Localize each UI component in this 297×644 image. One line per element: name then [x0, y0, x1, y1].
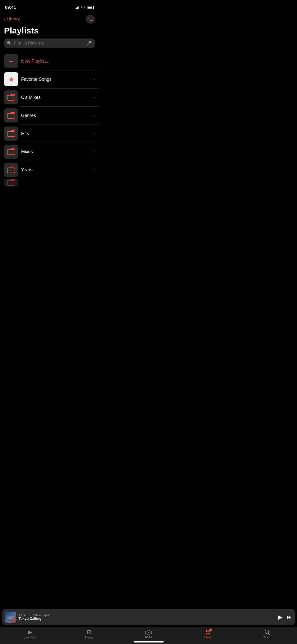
hits-label: Hits — [21, 131, 91, 136]
favorite-songs-label: Favorite Songs — [21, 77, 91, 82]
chevron-right-icon: › — [94, 95, 95, 100]
genres-icon — [4, 108, 18, 123]
hits-icon — [4, 127, 18, 141]
back-label: Library — [7, 17, 20, 22]
years-label: Years — [21, 167, 91, 173]
chevron-right-icon: › — [94, 131, 95, 136]
folder-icon — [7, 148, 15, 155]
search-bar[interactable]: 🔍 🎤 — [4, 38, 95, 48]
playlist-list: ＋ New Playlist... ★ Favorite Songs › C's… — [0, 52, 99, 186]
chevron-right-icon: › — [94, 168, 95, 172]
search-icon: 🔍 — [7, 41, 12, 46]
signal-icon — [75, 6, 79, 9]
folder-icon — [7, 94, 15, 101]
genres-label: Genres — [21, 113, 91, 118]
folder-icon — [7, 166, 15, 173]
back-chevron-icon: ‹ — [4, 17, 6, 22]
cs-mixes-icon — [4, 90, 18, 104]
svg-rect-4 — [7, 168, 15, 173]
list-item[interactable]: ★ Favorite Songs › — [0, 70, 99, 88]
back-button[interactable]: ‹ Library — [4, 17, 20, 22]
list-item[interactable]: Hits › — [0, 125, 99, 143]
mixes-label: Mixes — [21, 149, 91, 154]
svg-rect-3 — [7, 150, 15, 155]
page-title: Playlists — [0, 25, 99, 38]
folder-icon — [7, 130, 15, 137]
favorite-songs-icon: ★ — [4, 72, 18, 86]
svg-rect-5 — [7, 181, 15, 186]
list-item[interactable]: C's Mixes › — [0, 88, 99, 106]
list-item[interactable]: Years › — [0, 161, 99, 179]
status-icons — [75, 6, 94, 9]
svg-rect-0 — [7, 95, 15, 100]
search-input[interactable] — [14, 41, 84, 46]
cs-mixes-label: C's Mixes — [21, 95, 91, 100]
sort-icon — [88, 18, 93, 21]
svg-rect-1 — [7, 113, 15, 118]
mixes-icon — [4, 145, 18, 159]
folder-icon — [7, 179, 15, 186]
new-playlist-label: New Playlist... — [21, 59, 95, 64]
nav-bar: ‹ Library — [0, 13, 99, 25]
new-playlist-icon: ＋ — [4, 54, 18, 68]
svg-rect-2 — [7, 132, 15, 137]
list-item[interactable]: Genres › — [0, 106, 99, 125]
folder-icon — [7, 112, 15, 119]
chevron-right-icon: › — [94, 149, 95, 154]
sort-button[interactable] — [86, 15, 95, 24]
partial-icon — [4, 179, 18, 186]
list-item[interactable]: ＋ New Playlist... — [0, 52, 99, 70]
battery-icon — [87, 6, 94, 9]
list-item[interactable] — [0, 179, 99, 186]
wifi-icon — [81, 6, 85, 9]
status-bar: 09:41 — [0, 0, 99, 13]
mic-icon[interactable]: 🎤 — [86, 41, 92, 46]
status-time: 09:41 — [5, 5, 16, 10]
chevron-right-icon: › — [94, 113, 95, 118]
list-item[interactable]: Mixes › — [0, 143, 99, 161]
years-icon — [4, 163, 18, 177]
chevron-right-icon: › — [94, 77, 95, 82]
